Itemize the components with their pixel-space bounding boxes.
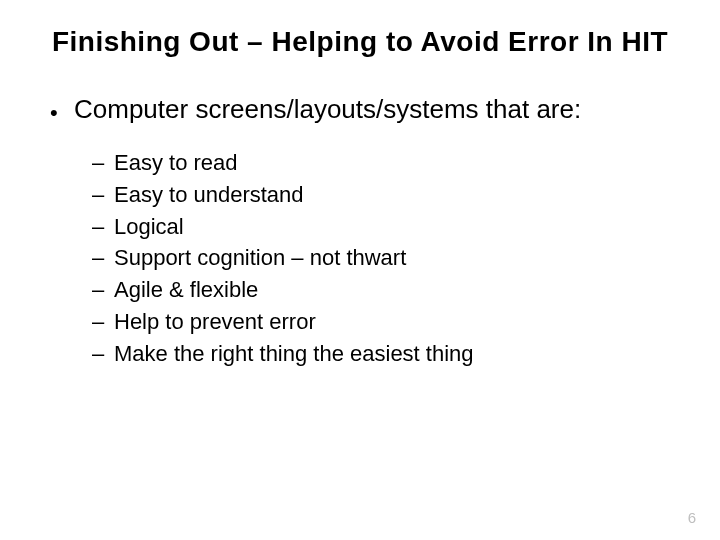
- dash-icon: [92, 306, 114, 338]
- dash-icon: [92, 147, 114, 179]
- slide-title: Finishing Out – Helping to Avoid Error I…: [40, 24, 680, 59]
- list-item: Help to prevent error: [92, 306, 680, 338]
- sub-text: Logical: [114, 211, 680, 243]
- list-item: Support cognition – not thwart: [92, 242, 680, 274]
- dash-icon: [92, 338, 114, 370]
- dash-icon: [92, 211, 114, 243]
- bullet-icon: [50, 93, 74, 129]
- sub-text: Support cognition – not thwart: [114, 242, 680, 274]
- sub-list: Easy to read Easy to understand Logical …: [50, 147, 680, 370]
- bullet-text: Computer screens/layouts/systems that ar…: [74, 93, 680, 127]
- sub-text: Easy to read: [114, 147, 680, 179]
- dash-icon: [92, 242, 114, 274]
- list-item: Easy to read: [92, 147, 680, 179]
- sub-text: Make the right thing the easiest thing: [114, 338, 680, 370]
- list-item: Make the right thing the easiest thing: [92, 338, 680, 370]
- list-item: Agile & flexible: [92, 274, 680, 306]
- sub-text: Agile & flexible: [114, 274, 680, 306]
- sub-text: Help to prevent error: [114, 306, 680, 338]
- bullet-item: Computer screens/layouts/systems that ar…: [50, 93, 680, 129]
- dash-icon: [92, 274, 114, 306]
- list-item: Logical: [92, 211, 680, 243]
- page-number: 6: [688, 509, 696, 526]
- slide: Finishing Out – Helping to Avoid Error I…: [0, 0, 720, 540]
- sub-text: Easy to understand: [114, 179, 680, 211]
- slide-content: Computer screens/layouts/systems that ar…: [40, 93, 680, 370]
- list-item: Easy to understand: [92, 179, 680, 211]
- dash-icon: [92, 179, 114, 211]
